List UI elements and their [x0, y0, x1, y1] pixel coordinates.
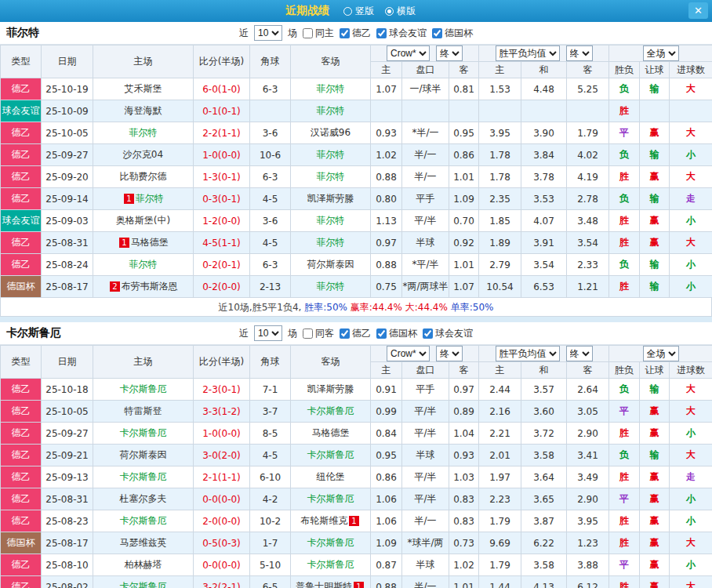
layout-horizontal-radio[interactable]: 横版	[385, 5, 416, 18]
handicap-home-odds: 0.87	[371, 554, 402, 576]
filter-checkbox-2[interactable]: 球会友谊	[376, 27, 427, 40]
filter-checkbox-3[interactable]: 球会友谊	[423, 327, 473, 340]
away-team-name: 卡尔斯鲁厄	[307, 405, 354, 416]
away-team-name: 卡尔斯鲁厄	[307, 449, 354, 460]
home-team-name: 卡尔斯鲁厄	[120, 427, 167, 438]
filter-checkbox-1[interactable]: 德乙	[340, 327, 371, 340]
away-team: 菲尔特	[291, 210, 371, 232]
result-goals: 小	[670, 210, 712, 232]
checkbox-input[interactable]	[340, 328, 350, 339]
table-row: 球会友谊25-09-03奥格斯堡(中)1-2(0-0)3-6菲尔特1.13平/半…	[1, 210, 712, 232]
odds-source-select[interactable]: Crow*	[387, 346, 430, 361]
corner-count: 10-6	[250, 144, 291, 166]
away-team: 凯泽斯劳滕	[291, 188, 371, 210]
games-count-select[interactable]: 10	[254, 325, 282, 341]
home-team: 特雷斯登	[93, 401, 194, 423]
checkbox-input[interactable]	[376, 328, 387, 339]
result-goals: 大	[670, 445, 712, 466]
score: 1-2(0-0)	[194, 210, 250, 232]
handicap-away-odds: 0.83	[449, 510, 479, 532]
away-team: 凯泽斯劳滕	[291, 379, 371, 401]
score: 1-3(0-1)	[194, 166, 250, 188]
column-subheader: 主	[479, 362, 521, 379]
mean-select[interactable]: 胜平负均值	[496, 346, 560, 361]
checkbox-input[interactable]	[303, 328, 313, 339]
odds-source-select[interactable]: Crow*	[387, 45, 430, 61]
table-row: 德乙25-09-20比勒费尔德1-3(0-1)6-3菲尔特0.88半/一1.01…	[1, 166, 712, 188]
odds-final-select[interactable]: 终	[436, 45, 463, 61]
checkbox-input[interactable]	[423, 328, 433, 339]
checkbox-input[interactable]	[340, 28, 350, 38]
table-row: 德乙25-08-10柏林赫塔0-0(0-0)5-10卡尔斯鲁厄0.87半球1.0…	[1, 554, 712, 576]
stats-table: 类型日期主场比分(半场)角球客场Crow*终胜平负均值终全场主盘口客主和客胜负让…	[0, 45, 712, 298]
handicap-away-odds: 1.02	[449, 554, 479, 576]
mean-away-odds: 3.48	[567, 210, 609, 232]
odds-header-group: Crow*终	[371, 346, 479, 362]
home-team-name: 比勒费尔德	[120, 171, 167, 182]
mean-draw-odds: 3.60	[521, 401, 567, 423]
handicap-line: 平手	[402, 379, 449, 401]
result-goals	[670, 100, 712, 122]
handicap-away-odds: 1.09	[449, 188, 479, 210]
result-outcome: 平	[609, 401, 640, 423]
result-handicap: 赢	[640, 466, 670, 488]
games-count-select[interactable]: 10	[254, 25, 282, 41]
score: 0-2(0-1)	[194, 254, 250, 276]
table-row: 德乙25-09-13卡尔斯鲁厄2-1(1-1)6-10纽伦堡0.86平/半1.0…	[1, 466, 712, 488]
home-team-name: 马格德堡	[131, 237, 169, 248]
table-row: 德乙25-10-19艾禾斯堡6-0(1-0)6-3菲尔特1.07一/球半0.81…	[1, 78, 712, 100]
handicap-home-odds: 0.88	[371, 166, 402, 188]
score: 6-0(1-0)	[194, 78, 250, 100]
column-subheader: 和	[521, 362, 567, 379]
score: 2-3(0-1)	[194, 379, 250, 401]
corner-count: 6-10	[250, 466, 291, 488]
odds-final-select[interactable]: 终	[436, 346, 463, 361]
mean-final-select[interactable]: 终	[566, 45, 593, 61]
mean-final-select[interactable]: 终	[566, 346, 593, 361]
result-handicap: 赢	[640, 232, 670, 254]
filter-checkbox-0[interactable]: 同客	[303, 327, 334, 340]
section-divider	[0, 317, 712, 322]
handicap-away-odds: 0.97	[449, 379, 479, 401]
result-outcome: 平	[609, 554, 640, 576]
handicap-home-odds: 0.95	[371, 445, 402, 466]
result-outcome: 胜	[609, 510, 640, 532]
match-date: 25-08-31	[42, 232, 93, 254]
corner-count: 3-6	[250, 210, 291, 232]
close-icon[interactable]: ✕	[688, 2, 708, 19]
match-date: 25-08-02	[42, 576, 93, 588]
scope-select[interactable]: 全场	[643, 346, 679, 361]
corner-count: 3-6	[250, 122, 291, 144]
match-date: 25-08-31	[42, 488, 93, 510]
handicap-home-odds	[371, 100, 402, 122]
checkbox-label: 德国杯	[445, 27, 473, 40]
score: 4-5(1-1)	[194, 232, 250, 254]
checkbox-input[interactable]	[376, 28, 387, 38]
away-team-name: 菲尔特	[317, 237, 345, 248]
filter-checkbox-0[interactable]: 同主	[303, 27, 334, 40]
score: 0-3(0-1)	[194, 188, 250, 210]
corner-count: 6-3	[250, 166, 291, 188]
away-team-name: 凯泽斯劳滕	[307, 383, 354, 394]
checkbox-input[interactable]	[303, 28, 313, 38]
home-team: 荷尔斯泰因	[93, 445, 194, 466]
mean-select[interactable]: 胜平负均值	[496, 45, 560, 61]
scope-select[interactable]: 全场	[643, 45, 679, 61]
column-header: 角球	[250, 45, 291, 78]
away-team-name: 菲尔特	[317, 171, 345, 182]
result-outcome: 胜	[609, 232, 640, 254]
checkbox-input[interactable]	[432, 28, 442, 38]
score: 0-0(0-0)	[194, 488, 250, 510]
mean-draw-odds: 3.72	[521, 423, 567, 445]
result-outcome: 负	[609, 188, 640, 210]
layout-vertical-radio[interactable]: 竖版	[343, 5, 374, 18]
away-team: 荷尔斯泰因	[291, 254, 371, 276]
home-team: 马瑟维兹英	[93, 532, 194, 554]
filter-checkbox-3[interactable]: 德国杯	[432, 27, 473, 40]
filter-checkbox-1[interactable]: 德乙	[340, 27, 371, 40]
away-team: 卡尔斯鲁厄	[291, 532, 371, 554]
handicap-home-odds: 0.93	[371, 122, 402, 144]
league-type-badge: 球会友谊	[1, 100, 42, 122]
match-date: 25-10-05	[42, 122, 93, 144]
filter-checkbox-2[interactable]: 德国杯	[376, 327, 417, 340]
